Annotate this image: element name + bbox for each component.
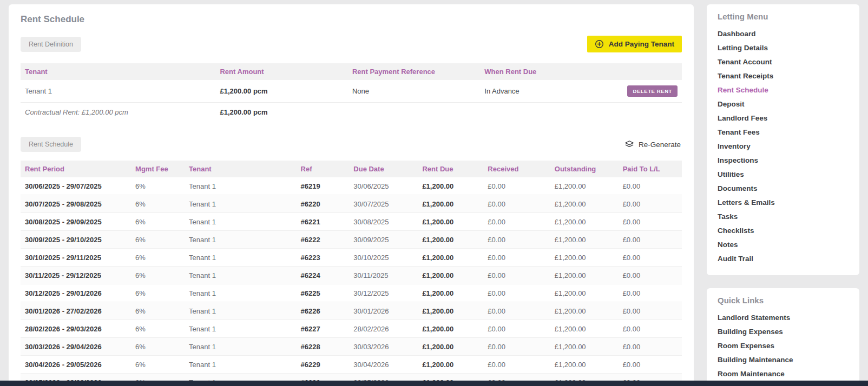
tab-rent-definition[interactable]: Rent Definition <box>21 37 81 52</box>
received-cell: £0.00 <box>483 267 550 284</box>
mgmt-fee-cell: 6% <box>131 195 185 213</box>
menu-item-letting-details[interactable]: Letting Details <box>718 41 849 55</box>
rent-definition-header-row: Tenant Rent Amount Rent Payment Referenc… <box>21 63 682 80</box>
rent-due-cell: £1,200.00 <box>418 267 483 284</box>
paid-to-ll-cell: £0.00 <box>619 267 682 284</box>
rent-schedule-row[interactable]: 30/03/2026 - 29/04/2026 6% Tenant 1 #622… <box>21 338 682 356</box>
menu-item-building-expenses[interactable]: Building Expenses <box>718 324 849 338</box>
mgmt-fee-cell: 6% <box>131 213 185 231</box>
rent-period-cell: 30/11/2025 - 29/12/2025 <box>21 267 131 284</box>
received-cell: £0.00 <box>483 195 550 213</box>
letting-menu-card: Letting Menu DashboardLetting DetailsTen… <box>707 4 859 275</box>
tenant-cell: Tenant 1 <box>185 249 297 267</box>
received-cell: £0.00 <box>483 320 550 338</box>
plus-circle-icon <box>595 39 604 49</box>
paid-to-ll-cell: £0.00 <box>619 284 682 302</box>
column-header-rent-due: Rent Due <box>418 161 483 177</box>
quick-links-card: Quick Links Landlord StatementsBuilding … <box>707 288 859 386</box>
rent-period-cell: 30/08/2025 - 29/09/2025 <box>21 213 131 231</box>
paid-to-ll-cell: £0.00 <box>619 302 682 320</box>
rent-amount-cell: £1,200.00 pcm <box>215 80 347 103</box>
regenerate-button[interactable]: Re-Generate <box>623 138 682 151</box>
ref-cell: #6220 <box>297 195 350 213</box>
rent-schedule-row[interactable]: 30/01/2026 - 27/02/2026 6% Tenant 1 #622… <box>21 302 682 320</box>
column-header-when-rent-due: When Rent Due <box>480 63 586 80</box>
ref-cell: #6224 <box>297 267 350 284</box>
mgmt-fee-cell: 6% <box>131 284 185 302</box>
rent-schedule-row[interactable]: 28/02/2026 - 29/03/2026 6% Tenant 1 #622… <box>21 320 682 338</box>
outstanding-cell: £1,200.00 <box>550 267 619 284</box>
layers-icon <box>624 140 634 149</box>
menu-item-dashboard[interactable]: Dashboard <box>718 26 849 41</box>
menu-item-tenant-fees[interactable]: Tenant Fees <box>718 125 849 139</box>
ref-cell: #6223 <box>297 249 350 267</box>
menu-item-audit-trail[interactable]: Audit Trail <box>718 251 849 265</box>
outstanding-cell: £1,200.00 <box>550 320 619 338</box>
tenant-name-cell: Tenant 1 <box>21 80 215 103</box>
paid-to-ll-cell: £0.00 <box>619 320 682 338</box>
tenant-cell: Tenant 1 <box>185 320 297 338</box>
add-paying-tenant-label: Add Paying Tenant <box>609 40 674 48</box>
rent-schedule-row[interactable]: 30/06/2025 - 29/07/2025 6% Tenant 1 #621… <box>21 177 682 195</box>
rent-schedule-row[interactable]: 30/10/2025 - 29/11/2025 6% Tenant 1 #622… <box>21 249 682 267</box>
letting-menu-list: DashboardLetting DetailsTenant AccountTe… <box>718 26 849 265</box>
menu-item-tasks[interactable]: Tasks <box>718 209 849 223</box>
menu-item-tenant-account[interactable]: Tenant Account <box>718 55 849 69</box>
due-date-cell: 30/12/2025 <box>349 284 418 302</box>
menu-item-inventory[interactable]: Inventory <box>718 139 849 153</box>
rent-due-cell: £1,200.00 <box>418 338 483 356</box>
menu-item-checklists[interactable]: Checklists <box>718 223 849 237</box>
menu-item-utilities[interactable]: Utilities <box>718 167 849 181</box>
outstanding-cell: £1,200.00 <box>550 195 619 213</box>
menu-item-building-maintenance[interactable]: Building Maintenance <box>718 352 849 367</box>
column-header-tenant: Tenant <box>185 161 297 177</box>
rent-schedule-row[interactable]: 30/12/2025 - 29/01/2026 6% Tenant 1 #622… <box>21 284 682 302</box>
contractual-rent-amount: £1,200.00 pcm <box>215 103 347 122</box>
rent-schedule-body: 30/06/2025 - 29/07/2025 6% Tenant 1 #621… <box>21 177 682 386</box>
menu-item-letters-emails[interactable]: Letters & Emails <box>718 195 849 209</box>
bottom-bar <box>0 381 868 386</box>
tenant-cell: Tenant 1 <box>185 356 297 374</box>
menu-item-inspections[interactable]: Inspections <box>718 153 849 167</box>
received-cell: £0.00 <box>483 356 550 374</box>
tab-rent-schedule[interactable]: Rent Schedule <box>21 137 81 152</box>
tenant-cell: Tenant 1 <box>185 302 297 320</box>
ref-cell: #6229 <box>297 356 350 374</box>
outstanding-cell: £1,200.00 <box>550 213 619 231</box>
tenant-cell: Tenant 1 <box>185 338 297 356</box>
menu-item-landlord-fees[interactable]: Landlord Fees <box>718 111 849 125</box>
menu-item-tenant-receipts[interactable]: Tenant Receipts <box>718 69 849 83</box>
mgmt-fee-cell: 6% <box>131 338 185 356</box>
menu-item-notes[interactable]: Notes <box>718 237 849 251</box>
menu-item-deposit[interactable]: Deposit <box>718 97 849 111</box>
menu-item-rent-schedule[interactable]: Rent Schedule <box>718 83 849 97</box>
rent-schedule-row[interactable]: 30/07/2025 - 29/08/2025 6% Tenant 1 #622… <box>21 195 682 213</box>
add-paying-tenant-button[interactable]: Add Paying Tenant <box>587 36 682 52</box>
outstanding-cell: £1,200.00 <box>550 231 619 249</box>
outstanding-cell: £1,200.00 <box>550 302 619 320</box>
rent-schedule-row[interactable]: 30/09/2025 - 29/10/2025 6% Tenant 1 #622… <box>21 231 682 249</box>
column-header-actions <box>586 63 682 80</box>
rent-due-cell: £1,200.00 <box>418 177 483 195</box>
ref-cell: #6221 <box>297 213 350 231</box>
column-header-ref: Ref <box>297 161 350 177</box>
rent-schedule-row[interactable]: 30/11/2025 - 29/12/2025 6% Tenant 1 #622… <box>21 267 682 284</box>
contractual-rent-row: Contractual Rent: £1,200.00 pcm £1,200.0… <box>21 103 682 122</box>
rent-due-cell: £1,200.00 <box>418 320 483 338</box>
rent-period-cell: 30/07/2025 - 29/08/2025 <box>21 195 131 213</box>
menu-item-landlord-statements[interactable]: Landlord Statements <box>718 310 849 324</box>
menu-item-documents[interactable]: Documents <box>718 181 849 195</box>
rent-period-cell: 28/02/2026 - 29/03/2026 <box>21 320 131 338</box>
menu-item-room-expenses[interactable]: Room Expenses <box>718 338 849 352</box>
due-date-cell: 30/11/2025 <box>349 267 418 284</box>
column-header-rent-period: Rent Period <box>21 161 131 177</box>
mgmt-fee-cell: 6% <box>131 320 185 338</box>
column-header-payment-reference: Rent Payment Reference <box>348 63 480 80</box>
tenant-cell: Tenant 1 <box>185 213 297 231</box>
page-title: Rent Schedule <box>21 14 682 25</box>
menu-item-room-maintenance[interactable]: Room Maintenance <box>718 367 849 381</box>
rent-schedule-row[interactable]: 30/08/2025 - 29/09/2025 6% Tenant 1 #622… <box>21 213 682 231</box>
rent-schedule-row[interactable]: 30/04/2026 - 29/05/2026 6% Tenant 1 #622… <box>21 356 682 374</box>
rent-period-cell: 30/01/2026 - 27/02/2026 <box>21 302 131 320</box>
delete-rent-button[interactable]: DELETE RENT <box>627 85 678 97</box>
